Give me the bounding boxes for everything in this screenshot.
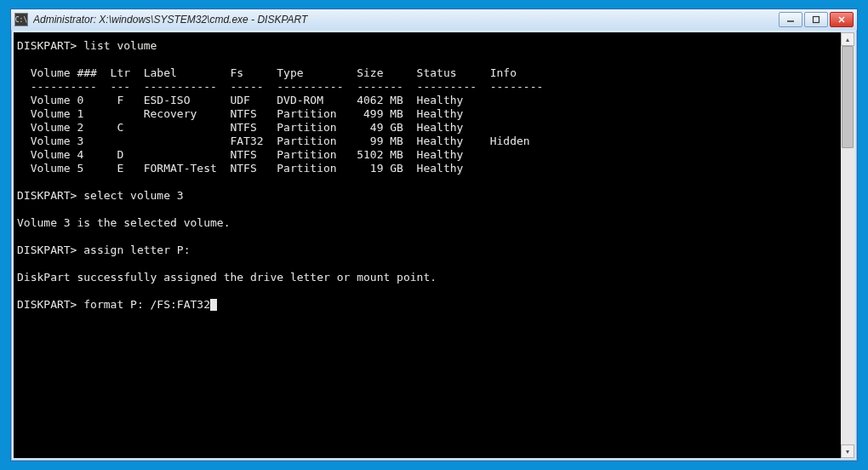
minimize-icon [786, 15, 795, 24]
vertical-scrollbar[interactable]: ▴ ▾ [841, 32, 854, 458]
volume-row: Volume 4 D NTFS Partition 5102 MB Health… [17, 148, 463, 161]
volume-row: Volume 0 F ESD-ISO UDF DVD-ROM 4062 MB H… [17, 94, 463, 106]
volume-table-header: Volume ### Ltr Label Fs Type Size Status… [17, 66, 517, 79]
titlebar[interactable]: C:\ Administrator: X:\windows\SYSTEM32\c… [11, 9, 857, 30]
volume-row: Volume 5 E FORMAT-Test NTFS Partition 19… [17, 162, 463, 175]
minimize-button[interactable] [779, 12, 802, 27]
terminal-container: DISKPART> list volume Volume ### Ltr Lab… [14, 32, 854, 458]
cmd-icon: C:\ [14, 13, 28, 26]
volume-row: Volume 1 Recovery NTFS Partition 499 MB … [17, 107, 463, 120]
scroll-thumb[interactable] [842, 46, 854, 148]
prompt: DISKPART> [17, 189, 77, 202]
command-select-volume: select volume 3 [83, 189, 183, 202]
window-controls [779, 12, 854, 27]
prompt: DISKPART> [17, 298, 77, 311]
cursor [210, 299, 217, 311]
prompt: DISKPART> [17, 39, 77, 52]
scroll-down-button[interactable]: ▾ [841, 444, 854, 458]
message-selected: Volume 3 is the selected volume. [17, 216, 230, 229]
volume-row: Volume 2 C NTFS Partition 49 GB Healthy [17, 121, 463, 134]
command-list-volume: list volume [83, 39, 157, 52]
window-title: Administrator: X:\windows\SYSTEM32\cmd.e… [33, 14, 779, 26]
terminal-output[interactable]: DISKPART> list volume Volume ### Ltr Lab… [14, 32, 854, 458]
command-assign-letter: assign letter P: [83, 244, 190, 256]
message-assigned: DiskPart successfully assigned the drive… [17, 271, 437, 284]
volume-row: Volume 3 FAT32 Partition 99 MB Healthy H… [17, 135, 530, 147]
close-icon [837, 15, 846, 24]
svg-rect-1 [814, 17, 819, 23]
prompt: DISKPART> [17, 244, 77, 256]
close-button[interactable] [830, 12, 854, 27]
volume-table-divider: ---------- --- ----------- ----- -------… [17, 80, 543, 93]
maximize-icon [812, 15, 820, 24]
scroll-up-button[interactable]: ▴ [841, 32, 854, 46]
maximize-button[interactable] [804, 12, 828, 27]
scroll-track[interactable] [841, 46, 854, 444]
cmd-window: C:\ Administrator: X:\windows\SYSTEM32\c… [10, 9, 858, 461]
command-format: format P: /FS:FAT32 [83, 298, 210, 311]
